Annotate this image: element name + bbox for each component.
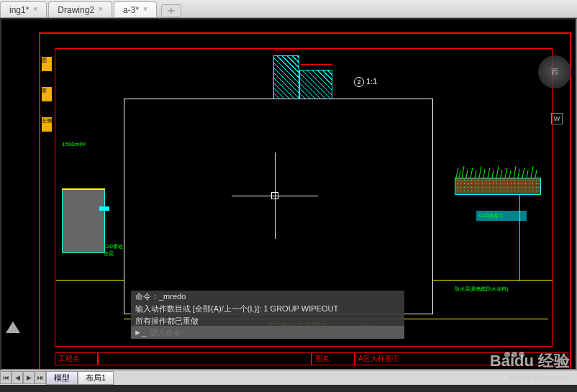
wall-line bbox=[519, 195, 520, 281]
aggregate-hatch bbox=[68, 194, 99, 247]
soil-layer bbox=[455, 178, 541, 195]
command-history: 命令：_mredo 输入动作数目或 [全部(A)/上一个(L)]: 1 GROU… bbox=[131, 291, 404, 327]
annotation-label: 1500mℓΦ bbox=[62, 141, 86, 147]
left-section-detail: 1500mℓΦ C20素砼垫层 bbox=[62, 145, 127, 275]
tab-label: a-3* bbox=[123, 5, 139, 15]
legend-box: 签 bbox=[42, 87, 52, 101]
scale-number: 2 bbox=[354, 77, 364, 87]
drawing-canvas[interactable]: 图 签 左侧 21:1 1500mℓΦ C20素砼垫层 C20混凝土 防水层(聚… bbox=[0, 18, 577, 370]
cmd-prompt-icon: ►_ bbox=[134, 328, 146, 337]
hatched-rect bbox=[299, 70, 332, 100]
annotation-label: 防水层(聚氨酯防水涂料) bbox=[455, 286, 509, 293]
plus-icon bbox=[167, 7, 176, 14]
tab-a3[interactable]: a-3* × bbox=[114, 1, 157, 17]
nav-prev-button[interactable]: ◀ bbox=[12, 371, 23, 384]
tab-label: ing1* bbox=[9, 5, 29, 15]
command-input[interactable] bbox=[149, 328, 401, 337]
new-tab-button[interactable] bbox=[161, 4, 181, 17]
command-line[interactable]: ►_ bbox=[131, 326, 404, 339]
dimension-line bbox=[273, 50, 299, 50]
status-bar bbox=[0, 385, 577, 392]
tab-ing1[interactable]: ing1* × bbox=[0, 1, 47, 17]
close-icon[interactable]: × bbox=[99, 5, 107, 14]
nav-first-button[interactable]: ⏮ bbox=[0, 371, 12, 384]
dimension-line bbox=[301, 64, 332, 65]
cmd-history-line: 命令：_mredo bbox=[131, 291, 404, 303]
layout1-tab[interactable]: 布局1 bbox=[78, 371, 114, 385]
legend-box: 图 bbox=[42, 57, 52, 71]
layout-tab-bar: ⏮ ◀ ▶ ⏭ 模型 布局1 bbox=[0, 370, 577, 385]
ucs-icon bbox=[6, 322, 27, 343]
document-tab-bar: ing1* × Drawing2 × a-3* × bbox=[0, 0, 577, 18]
close-icon[interactable]: × bbox=[143, 5, 152, 14]
title-underline bbox=[433, 319, 548, 319]
ground-line bbox=[62, 188, 105, 190]
model-tab[interactable]: 模型 bbox=[46, 371, 78, 385]
cmd-history-line: 输入动作数目或 [全部(A)/上一个(L)]: 1 GROUP WIPEOUT bbox=[131, 303, 404, 315]
legend-box: 左侧 bbox=[42, 117, 52, 132]
project-name-label: 工程名 bbox=[55, 352, 98, 365]
drawing-name-label: 图名 bbox=[312, 352, 355, 365]
left-legend: 图 签 左侧 bbox=[42, 57, 53, 132]
watermark-url: jingyan.baidu.com bbox=[509, 374, 567, 382]
selection-window bbox=[124, 99, 433, 314]
viewcube[interactable]: 西 bbox=[538, 55, 571, 88]
annotation-label: C20混凝土 bbox=[479, 212, 504, 219]
hatched-rect bbox=[273, 55, 299, 100]
tab-drawing2[interactable]: Drawing2 × bbox=[48, 1, 112, 17]
viewcube-face: 西 bbox=[551, 67, 558, 77]
close-icon[interactable]: × bbox=[33, 5, 42, 14]
tab-label: Drawing2 bbox=[58, 5, 94, 15]
nav-last-button[interactable]: ⏭ bbox=[35, 371, 46, 384]
grass-icon bbox=[455, 163, 541, 178]
nav-next-button[interactable]: ▶ bbox=[23, 371, 35, 384]
watermark-text: Baidu 经验 bbox=[490, 350, 570, 372]
wcs-toggle[interactable]: W bbox=[551, 113, 563, 124]
detail-scale-label: 21:1 bbox=[354, 77, 377, 87]
scale-text: 1:1 bbox=[366, 77, 377, 86]
project-name-value bbox=[98, 352, 312, 365]
right-section-detail: C20混凝土 防水层(聚氨酯防水涂料) bbox=[433, 142, 548, 286]
section-marker bbox=[99, 206, 109, 211]
